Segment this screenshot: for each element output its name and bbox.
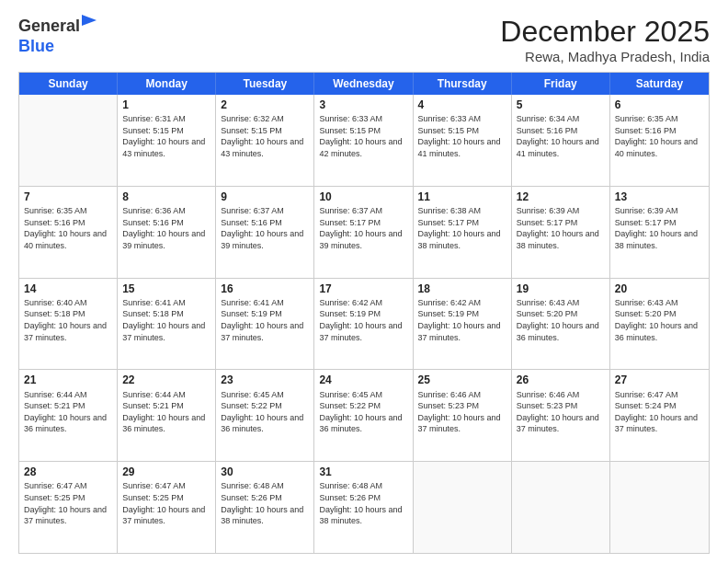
day-number: 16	[221, 282, 309, 296]
cell-info: Sunrise: 6:46 AM Sunset: 5:23 PM Dayligh…	[517, 389, 605, 435]
header: General Blue December 2025 Rewa, Madhya …	[18, 15, 710, 64]
day-number: 2	[221, 98, 309, 112]
cal-cell: 14Sunrise: 6:40 AM Sunset: 5:18 PM Dayli…	[19, 279, 118, 370]
day-number: 17	[319, 282, 407, 296]
cal-cell	[19, 95, 118, 186]
day-number: 27	[615, 373, 704, 387]
cal-cell: 1Sunrise: 6:31 AM Sunset: 5:15 PM Daylig…	[118, 95, 216, 186]
cell-info: Sunrise: 6:31 AM Sunset: 5:15 PM Dayligh…	[122, 113, 210, 159]
cal-cell: 19Sunrise: 6:43 AM Sunset: 5:20 PM Dayli…	[512, 279, 610, 370]
cell-info: Sunrise: 6:48 AM Sunset: 5:26 PM Dayligh…	[221, 480, 309, 526]
cal-cell: 31Sunrise: 6:48 AM Sunset: 5:26 PM Dayli…	[314, 462, 413, 553]
day-number: 31	[319, 465, 407, 479]
cal-cell	[610, 462, 709, 553]
cal-cell: 4Sunrise: 6:33 AM Sunset: 5:15 PM Daylig…	[414, 95, 512, 186]
day-number: 12	[517, 190, 605, 204]
cell-info: Sunrise: 6:34 AM Sunset: 5:16 PM Dayligh…	[517, 113, 605, 159]
cal-cell: 5Sunrise: 6:34 AM Sunset: 5:16 PM Daylig…	[512, 95, 610, 186]
cell-info: Sunrise: 6:35 AM Sunset: 5:16 PM Dayligh…	[24, 205, 112, 251]
logo: General Blue	[18, 15, 97, 56]
day-number: 26	[517, 373, 605, 387]
cal-cell: 25Sunrise: 6:46 AM Sunset: 5:23 PM Dayli…	[414, 370, 512, 461]
cal-cell: 2Sunrise: 6:32 AM Sunset: 5:15 PM Daylig…	[216, 95, 314, 186]
cal-week-row: 7Sunrise: 6:35 AM Sunset: 5:16 PM Daylig…	[19, 186, 709, 278]
cell-info: Sunrise: 6:40 AM Sunset: 5:18 PM Dayligh…	[24, 297, 112, 343]
cell-info: Sunrise: 6:33 AM Sunset: 5:15 PM Dayligh…	[418, 113, 506, 159]
cal-cell: 29Sunrise: 6:47 AM Sunset: 5:25 PM Dayli…	[118, 462, 216, 553]
cal-cell: 24Sunrise: 6:45 AM Sunset: 5:22 PM Dayli…	[314, 370, 413, 461]
cal-cell: 17Sunrise: 6:42 AM Sunset: 5:19 PM Dayli…	[314, 279, 413, 370]
cal-cell: 28Sunrise: 6:47 AM Sunset: 5:25 PM Dayli…	[19, 462, 118, 553]
day-number: 8	[122, 190, 210, 204]
day-number: 22	[122, 373, 210, 387]
month-title: December 2025	[500, 15, 710, 49]
cell-info: Sunrise: 6:41 AM Sunset: 5:18 PM Dayligh…	[122, 297, 210, 343]
cell-info: Sunrise: 6:32 AM Sunset: 5:15 PM Dayligh…	[221, 113, 309, 159]
cal-week-row: 1Sunrise: 6:31 AM Sunset: 5:15 PM Daylig…	[19, 95, 709, 186]
day-number: 24	[319, 373, 407, 387]
calendar: Sunday Monday Tuesday Wednesday Thursday…	[18, 72, 710, 554]
cell-info: Sunrise: 6:42 AM Sunset: 5:19 PM Dayligh…	[319, 297, 407, 343]
cell-info: Sunrise: 6:45 AM Sunset: 5:22 PM Dayligh…	[319, 389, 407, 435]
cell-info: Sunrise: 6:35 AM Sunset: 5:16 PM Dayligh…	[615, 113, 704, 159]
cell-info: Sunrise: 6:47 AM Sunset: 5:25 PM Dayligh…	[122, 480, 210, 526]
day-number: 28	[24, 465, 112, 479]
day-number: 9	[221, 190, 309, 204]
cal-cell: 3Sunrise: 6:33 AM Sunset: 5:15 PM Daylig…	[314, 95, 413, 186]
day-number: 20	[615, 282, 704, 296]
cell-info: Sunrise: 6:48 AM Sunset: 5:26 PM Dayligh…	[319, 480, 407, 526]
cell-info: Sunrise: 6:37 AM Sunset: 5:16 PM Dayligh…	[221, 205, 309, 251]
cal-cell: 8Sunrise: 6:36 AM Sunset: 5:16 PM Daylig…	[118, 187, 216, 278]
cell-info: Sunrise: 6:37 AM Sunset: 5:17 PM Dayligh…	[319, 205, 407, 251]
svg-marker-0	[82, 15, 97, 26]
cell-info: Sunrise: 6:43 AM Sunset: 5:20 PM Dayligh…	[517, 297, 605, 343]
cal-week-row: 21Sunrise: 6:44 AM Sunset: 5:21 PM Dayli…	[19, 369, 709, 461]
cell-info: Sunrise: 6:47 AM Sunset: 5:25 PM Dayligh…	[24, 480, 112, 526]
logo-blue-text: Blue	[18, 37, 54, 55]
cell-info: Sunrise: 6:42 AM Sunset: 5:19 PM Dayligh…	[418, 297, 506, 343]
header-friday: Friday	[512, 73, 610, 95]
day-number: 25	[418, 373, 506, 387]
logo-flag-icon	[82, 15, 97, 37]
day-number: 14	[24, 282, 112, 296]
day-number: 11	[418, 190, 506, 204]
page: General Blue December 2025 Rewa, Madhya …	[0, 0, 728, 563]
cal-week-row: 14Sunrise: 6:40 AM Sunset: 5:18 PM Dayli…	[19, 278, 709, 370]
cal-cell: 13Sunrise: 6:39 AM Sunset: 5:17 PM Dayli…	[610, 187, 709, 278]
day-number: 10	[319, 190, 407, 204]
calendar-header: Sunday Monday Tuesday Wednesday Thursday…	[19, 73, 709, 95]
calendar-body: 1Sunrise: 6:31 AM Sunset: 5:15 PM Daylig…	[19, 95, 709, 553]
day-number: 15	[122, 282, 210, 296]
day-number: 29	[122, 465, 210, 479]
logo-general-text: General	[18, 17, 80, 36]
cal-cell: 21Sunrise: 6:44 AM Sunset: 5:21 PM Dayli…	[19, 370, 118, 461]
cal-week-row: 28Sunrise: 6:47 AM Sunset: 5:25 PM Dayli…	[19, 461, 709, 553]
cal-cell: 15Sunrise: 6:41 AM Sunset: 5:18 PM Dayli…	[118, 279, 216, 370]
cal-cell: 30Sunrise: 6:48 AM Sunset: 5:26 PM Dayli…	[216, 462, 314, 553]
cell-info: Sunrise: 6:39 AM Sunset: 5:17 PM Dayligh…	[615, 205, 704, 251]
cal-cell: 9Sunrise: 6:37 AM Sunset: 5:16 PM Daylig…	[216, 187, 314, 278]
header-thursday: Thursday	[414, 73, 512, 95]
day-number: 7	[24, 190, 112, 204]
day-number: 5	[517, 98, 605, 112]
cell-info: Sunrise: 6:47 AM Sunset: 5:24 PM Dayligh…	[615, 389, 704, 435]
day-number: 3	[319, 98, 407, 112]
title-area: December 2025 Rewa, Madhya Pradesh, Indi…	[500, 15, 710, 64]
cal-cell: 18Sunrise: 6:42 AM Sunset: 5:19 PM Dayli…	[414, 279, 512, 370]
day-number: 23	[221, 373, 309, 387]
header-monday: Monday	[118, 73, 216, 95]
day-number: 1	[122, 98, 210, 112]
cell-info: Sunrise: 6:38 AM Sunset: 5:17 PM Dayligh…	[418, 205, 506, 251]
cal-cell: 20Sunrise: 6:43 AM Sunset: 5:20 PM Dayli…	[610, 279, 709, 370]
day-number: 6	[615, 98, 704, 112]
cell-info: Sunrise: 6:33 AM Sunset: 5:15 PM Dayligh…	[319, 113, 407, 159]
cell-info: Sunrise: 6:44 AM Sunset: 5:21 PM Dayligh…	[24, 389, 112, 435]
header-wednesday: Wednesday	[314, 73, 413, 95]
cell-info: Sunrise: 6:41 AM Sunset: 5:19 PM Dayligh…	[221, 297, 309, 343]
day-number: 19	[517, 282, 605, 296]
cell-info: Sunrise: 6:45 AM Sunset: 5:22 PM Dayligh…	[221, 389, 309, 435]
cal-cell: 23Sunrise: 6:45 AM Sunset: 5:22 PM Dayli…	[216, 370, 314, 461]
day-number: 21	[24, 373, 112, 387]
location-title: Rewa, Madhya Pradesh, India	[500, 49, 710, 64]
cell-info: Sunrise: 6:46 AM Sunset: 5:23 PM Dayligh…	[418, 389, 506, 435]
